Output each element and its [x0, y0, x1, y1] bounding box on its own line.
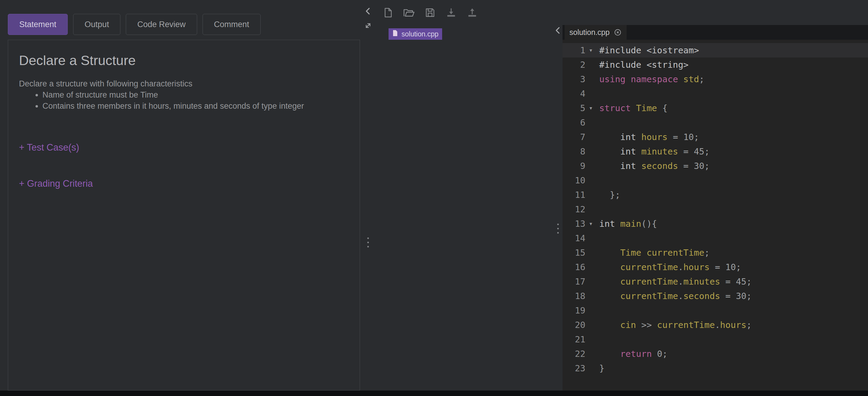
- line-number: 15: [562, 245, 585, 260]
- code-lines: 1▾#include <iostream>2#include <string>3…: [562, 43, 868, 375]
- editor-tab-solution[interactable]: solution.cpp: [565, 25, 627, 40]
- line-number: 18: [562, 289, 585, 303]
- splitter-right: [554, 0, 562, 391]
- code-editor-panel: solution.cpp 1▾#include <iostream>2#incl…: [562, 0, 868, 391]
- tab-statement[interactable]: Statement: [8, 14, 68, 35]
- grading-criteria-toggle[interactable]: + Grading Criteria: [19, 178, 349, 189]
- code-line[interactable]: 18 currentTime.seconds = 30;: [562, 289, 868, 303]
- line-number: 21: [562, 332, 585, 346]
- fold-arrow-icon: [585, 202, 596, 216]
- statement-box: Declare a Structure Declare a structure …: [8, 40, 360, 391]
- fold-arrow-icon: [585, 260, 596, 274]
- code-line[interactable]: 20 cin >> currentTime.hours;: [562, 318, 868, 332]
- open-folder-icon[interactable]: [403, 7, 415, 19]
- code-line[interactable]: 13▾int main(){: [562, 216, 868, 231]
- code-text: int hours = 10;: [596, 130, 699, 144]
- drag-handle-icon[interactable]: [557, 222, 559, 235]
- line-number: 22: [562, 346, 585, 361]
- fold-arrow-icon[interactable]: ▾: [585, 43, 596, 58]
- file-explorer-panel: solution.cpp: [375, 0, 554, 391]
- code-text: [596, 173, 599, 188]
- line-number: 19: [562, 303, 585, 318]
- code-line[interactable]: 3using namespace std;: [562, 72, 868, 86]
- line-number: 16: [562, 260, 585, 274]
- code-text: int main(){: [596, 216, 657, 231]
- line-number: 12: [562, 202, 585, 216]
- save-icon[interactable]: [424, 7, 436, 19]
- line-number: 8: [562, 144, 585, 159]
- test-cases-toggle[interactable]: + Test Case(s): [19, 142, 349, 153]
- fold-arrow-icon: [585, 361, 596, 375]
- fold-arrow-icon: [585, 245, 596, 260]
- code-line[interactable]: 15 Time currentTime;: [562, 245, 868, 260]
- code-line[interactable]: 6: [562, 115, 868, 130]
- line-number: 17: [562, 274, 585, 289]
- splitter-left: [361, 0, 375, 391]
- file-item-label: solution.cpp: [402, 30, 438, 38]
- code-line[interactable]: 10: [562, 173, 868, 188]
- statement-tabs: StatementOutputCode ReviewComment: [8, 14, 361, 35]
- code-line[interactable]: 5▾struct Time {: [562, 101, 868, 115]
- new-file-icon[interactable]: [382, 7, 394, 19]
- code-line[interactable]: 22 return 0;: [562, 346, 868, 361]
- statement-intro: Declare a structure with following chara…: [19, 79, 349, 89]
- line-number: 23: [562, 361, 585, 375]
- code-line[interactable]: 2#include <string>: [562, 58, 868, 72]
- line-number: 1: [562, 43, 585, 58]
- line-number: 7: [562, 130, 585, 144]
- file-toolbar: [375, 0, 554, 25]
- code-line[interactable]: 16 currentTime.hours = 10;: [562, 260, 868, 274]
- fold-arrow-icon: [585, 303, 596, 318]
- code-text: return 0;: [596, 346, 668, 361]
- tab-output[interactable]: Output: [73, 14, 120, 35]
- code-text: currentTime.minutes = 45;: [596, 274, 751, 289]
- code-line[interactable]: 21: [562, 332, 868, 346]
- app-root: StatementOutputCode ReviewComment Declar…: [0, 0, 868, 391]
- code-text: cin >> currentTime.hours;: [596, 318, 751, 332]
- fold-arrow-icon: [585, 58, 596, 72]
- line-number: 13: [562, 216, 585, 231]
- fold-arrow-icon[interactable]: ▾: [585, 101, 596, 115]
- code-line[interactable]: 19: [562, 303, 868, 318]
- code-text: #include <string>: [596, 58, 689, 72]
- chevron-left-icon[interactable]: [553, 25, 563, 35]
- upload-icon[interactable]: [466, 7, 478, 19]
- statement-title: Declare a Structure: [19, 53, 349, 68]
- code-line[interactable]: 8 int minutes = 45;: [562, 144, 868, 159]
- download-icon[interactable]: [445, 7, 457, 19]
- fold-arrow-icon: [585, 115, 596, 130]
- code-line[interactable]: 17 currentTime.minutes = 45;: [562, 274, 868, 289]
- expand-diagonal-icon[interactable]: [364, 21, 373, 30]
- code-line[interactable]: 7 int hours = 10;: [562, 130, 868, 144]
- fold-arrow-icon: [585, 188, 596, 202]
- code-text: #include <iostream>: [596, 43, 699, 58]
- code-line[interactable]: 1▾#include <iostream>: [562, 43, 868, 58]
- close-icon[interactable]: [614, 28, 622, 36]
- code-line[interactable]: 23}: [562, 361, 868, 375]
- code-line[interactable]: 9 int seconds = 30;: [562, 159, 868, 173]
- code-text: using namespace std;: [596, 72, 704, 86]
- fold-arrow-icon: [585, 231, 596, 245]
- file-item-solution[interactable]: solution.cpp: [389, 28, 442, 40]
- fold-arrow-icon[interactable]: ▾: [585, 216, 596, 231]
- code-line[interactable]: 14: [562, 231, 868, 245]
- tab-comment[interactable]: Comment: [203, 14, 261, 35]
- statement-bullet: Name of structure must be Time: [42, 90, 349, 100]
- code-text: currentTime.seconds = 30;: [596, 289, 751, 303]
- code-text: struct Time {: [596, 101, 668, 115]
- editor-top-strip: [562, 0, 868, 25]
- code-line[interactable]: 4: [562, 86, 868, 101]
- fold-arrow-icon: [585, 159, 596, 173]
- fold-arrow-icon: [585, 72, 596, 86]
- line-number: 10: [562, 173, 585, 188]
- drag-handle-icon[interactable]: [367, 236, 370, 249]
- chevron-left-icon[interactable]: [363, 6, 373, 16]
- code-area[interactable]: 1▾#include <iostream>2#include <string>3…: [562, 40, 868, 391]
- tab-code-review[interactable]: Code Review: [126, 14, 197, 35]
- code-line[interactable]: 11 };: [562, 188, 868, 202]
- statement-bullet: Contains three members in it hours, minu…: [42, 101, 349, 111]
- code-text: int minutes = 45;: [596, 144, 710, 159]
- code-line[interactable]: 12: [562, 202, 868, 216]
- line-number: 5: [562, 101, 585, 115]
- line-number: 20: [562, 318, 585, 332]
